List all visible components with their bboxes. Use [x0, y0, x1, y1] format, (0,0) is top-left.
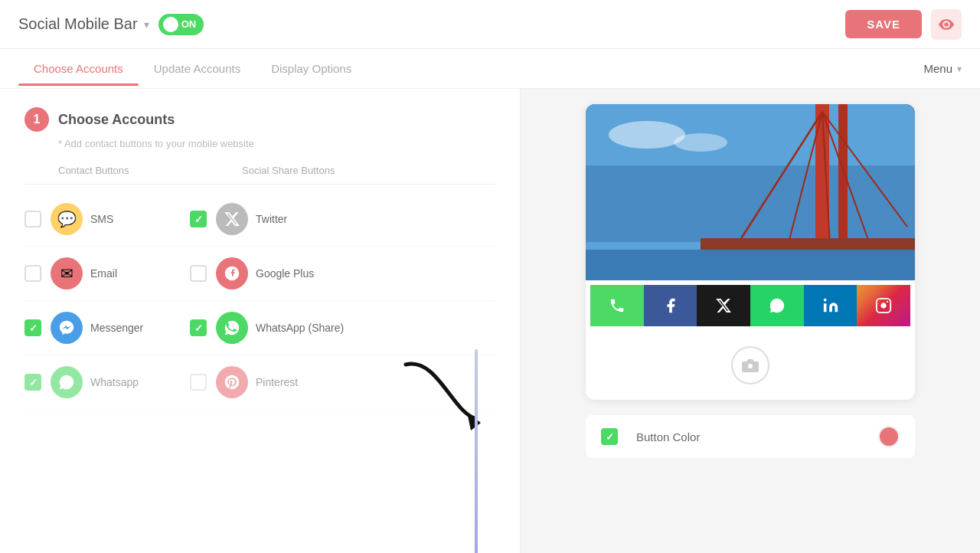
- email-label: Email: [90, 267, 190, 280]
- twitter-icon: [216, 203, 248, 235]
- main-content: 1 Choose Accounts * Add contact buttons …: [0, 89, 980, 553]
- social-col-header: Social Share Buttons: [242, 165, 495, 176]
- twitter-col: Twitter: [190, 203, 495, 235]
- whatsapp-bar-icon[interactable]: [750, 285, 804, 326]
- tab-choose-accounts[interactable]: Choose Accounts: [18, 51, 139, 86]
- menu-button[interactable]: Menu ▾: [923, 62, 962, 75]
- whatsapp-contact-label: Whatsapp: [90, 376, 190, 388]
- sms-checkbox[interactable]: [24, 211, 41, 227]
- account-row-sms-twitter: 💬 SMS Twitter: [24, 192, 495, 247]
- section-subtitle: * Add contact buttons to your mobile web…: [58, 138, 495, 149]
- vertical-divider: [475, 349, 478, 553]
- email-checkbox[interactable]: [24, 265, 41, 282]
- right-panel: Button Color: [521, 89, 980, 553]
- left-panel: 1 Choose Accounts * Add contact buttons …: [0, 89, 521, 553]
- google-icon: [216, 257, 248, 290]
- whatsapp-share-col: WhatsApp (Share): [190, 312, 495, 344]
- sms-icon: 💬: [51, 203, 83, 235]
- phone-bar-icon[interactable]: [590, 285, 644, 326]
- toggle-label: ON: [181, 18, 197, 30]
- twitter-label: Twitter: [256, 213, 355, 225]
- svg-point-14: [823, 299, 826, 302]
- preview-image: [586, 104, 915, 280]
- pinterest-checkbox[interactable]: [190, 374, 207, 391]
- tab-update-accounts[interactable]: Update Accounts: [139, 51, 256, 86]
- account-row-email-google: ✉ Email Google Plus: [24, 247, 495, 301]
- google-col: Google Plus: [190, 257, 495, 290]
- eye-icon: [939, 19, 954, 30]
- sms-label: SMS: [90, 213, 190, 225]
- svg-point-12: [674, 133, 727, 152]
- messenger-icon: [51, 312, 83, 344]
- button-color-checkbox[interactable]: [601, 428, 618, 445]
- toggle-knob: [163, 17, 178, 32]
- whatsapp-share-icon: [216, 312, 248, 344]
- twitter-bar-icon[interactable]: [697, 285, 750, 326]
- pinterest-label: Pinterest: [256, 376, 355, 388]
- button-color-label: Button Color: [636, 430, 869, 443]
- section-header: 1 Choose Accounts: [24, 107, 495, 132]
- title-dropdown-arrow[interactable]: ▾: [144, 18, 149, 31]
- app-title: Social Mobile Bar: [18, 15, 138, 33]
- section-title: Choose Accounts: [58, 112, 175, 128]
- camera-icon: [731, 346, 769, 384]
- messenger-checkbox[interactable]: [24, 319, 41, 336]
- button-color-swatch[interactable]: [878, 426, 900, 447]
- instagram-bar-icon[interactable]: [857, 285, 910, 326]
- email-icon: ✉: [51, 257, 83, 290]
- facebook-bar-icon[interactable]: [644, 285, 697, 326]
- preview-bottom: [586, 331, 915, 400]
- svg-point-17: [748, 364, 753, 368]
- tab-display-options[interactable]: Display Options: [256, 51, 367, 86]
- preview-card: [586, 104, 915, 400]
- button-color-row: Button Color: [586, 415, 915, 458]
- google-label: Google Plus: [256, 267, 355, 280]
- tabs-bar: Choose Accounts Update Accounts Display …: [0, 49, 980, 89]
- twitter-checkbox[interactable]: [190, 211, 207, 227]
- account-row-messenger-whatsapp: Messenger WhatsApp (Share): [24, 301, 495, 355]
- svg-marker-0: [467, 412, 481, 430]
- pinterest-col: Pinterest: [190, 366, 495, 398]
- save-button[interactable]: SAVE: [845, 10, 922, 38]
- toggle-switch[interactable]: ON: [158, 14, 204, 35]
- whatsapp-share-checkbox[interactable]: [190, 319, 207, 336]
- menu-label: Menu: [923, 62, 952, 75]
- menu-arrow-icon: ▾: [957, 64, 962, 74]
- bridge-svg: [586, 104, 915, 280]
- linkedin-bar-icon[interactable]: [804, 285, 858, 326]
- preview-button[interactable]: [931, 9, 962, 40]
- google-checkbox[interactable]: [190, 265, 207, 282]
- columns-header: Contact Buttons Social Share Buttons: [24, 165, 495, 185]
- step-badge: 1: [24, 107, 49, 132]
- whatsapp-icon: [51, 366, 83, 398]
- pinterest-icon: [216, 366, 248, 398]
- social-bar: [586, 280, 915, 331]
- svg-point-11: [609, 121, 685, 149]
- contact-col-header: Contact Buttons: [58, 165, 242, 176]
- messenger-label: Messenger: [90, 322, 190, 334]
- whatsapp-checkbox[interactable]: [24, 374, 41, 391]
- svg-rect-13: [586, 250, 915, 280]
- whatsapp-share-label: WhatsApp (Share): [256, 322, 355, 334]
- account-row-whatsapp-pinterest: Whatsapp Pinterest: [24, 355, 495, 410]
- header: Social Mobile Bar ▾ ON SAVE: [0, 0, 980, 49]
